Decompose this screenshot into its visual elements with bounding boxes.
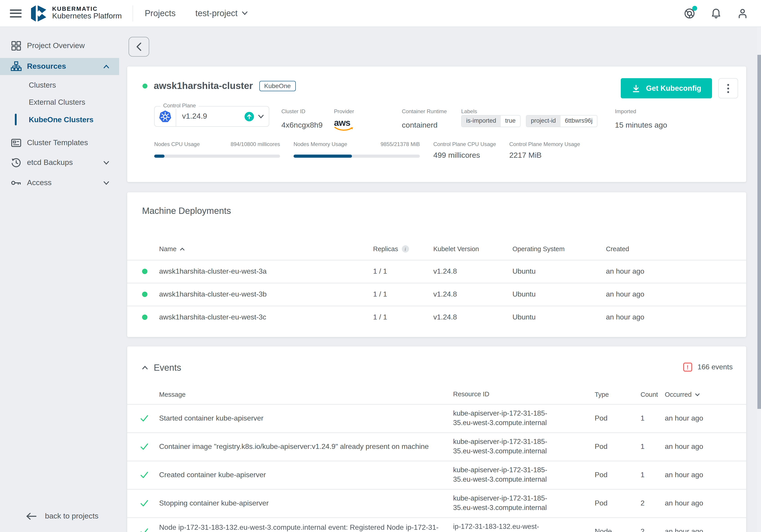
event-resource: kube-apiserver-ip-172-31-185-35.eu-west-…: [453, 494, 549, 512]
check-icon: [140, 433, 149, 460]
check-icon: [140, 405, 149, 431]
project-selector[interactable]: test-project: [195, 8, 248, 18]
alert-icon: !: [683, 363, 692, 372]
cluster-status-dot: [143, 83, 147, 88]
control-plane-label: Control Plane: [160, 102, 199, 109]
sidebar-item-project-overview[interactable]: Project Overview: [0, 37, 119, 54]
template-card-icon: [11, 137, 22, 148]
column-header-os[interactable]: Operating System: [512, 242, 564, 255]
column-header-type[interactable]: Type: [595, 388, 609, 401]
control-plane-version-select[interactable]: Control Plane: [154, 106, 269, 127]
aws-logo: aws: [334, 118, 354, 132]
cluster-summary-card: awsk1harshita-cluster KubeOne Get Kubeco…: [127, 67, 746, 182]
sidebar-item-external-clusters[interactable]: External Clusters: [0, 94, 119, 110]
cp-cpu-label: Control Plane CPU Usage: [433, 141, 496, 147]
event-type: Pod: [595, 490, 608, 516]
event-row[interactable]: Stopping container kube-apiserver kube-a…: [127, 489, 746, 516]
event-occurred: an hour ago: [665, 490, 703, 516]
event-type: Pod: [595, 433, 608, 460]
check-icon: [140, 461, 149, 488]
nav-projects[interactable]: Projects: [145, 8, 176, 18]
event-occurred: an hour ago: [665, 405, 703, 431]
column-header-message[interactable]: Message: [159, 388, 449, 401]
user-icon[interactable]: [737, 7, 748, 19]
events-count-badge: ! 166 events: [683, 363, 733, 372]
column-header-kubelet[interactable]: Kubelet Version: [433, 242, 479, 255]
event-resource: kube-apiserver-ip-172-31-185-35.eu-west-…: [453, 409, 549, 428]
collapse-chevron-up-icon[interactable]: [142, 366, 148, 370]
back-to-projects-link[interactable]: back to projects: [0, 508, 119, 524]
event-row[interactable]: Container image "registry.k8s.io/kube-ap…: [127, 432, 746, 460]
sidebar-item-clusters[interactable]: Clusters: [0, 77, 119, 92]
label-value: 6ttbwrs96j: [560, 116, 597, 127]
event-type: Pod: [595, 405, 608, 431]
topbar-actions: [684, 7, 748, 19]
back-button[interactable]: [129, 37, 149, 57]
events-count-label: 166 events: [697, 363, 733, 371]
md-name: awsk1harshita-cluster-eu-west-3a: [159, 261, 266, 282]
notification-dot: [692, 6, 697, 11]
imported-group: Imported 15 minutes ago: [615, 107, 667, 130]
control-plane-version: v1.24.9: [182, 112, 207, 121]
machine-deployment-row[interactable]: awsk1harshita-cluster-eu-west-3a 1 / 1 v…: [127, 260, 746, 282]
sidebar-item-cluster-templates[interactable]: Cluster Templates: [0, 134, 119, 151]
grid-icon: [11, 40, 22, 51]
cluster-menu-button[interactable]: [718, 78, 738, 98]
get-kubeconfig-button[interactable]: Get Kubeconfig: [621, 78, 712, 98]
info-icon[interactable]: i: [402, 245, 409, 252]
event-row[interactable]: Started container kube-apiserver kube-ap…: [127, 404, 746, 431]
event-row[interactable]: Created container kube-apiserver kube-ap…: [127, 460, 746, 488]
brand-text: KUBERMATIC Kubernetes Platform: [52, 6, 122, 21]
sidebar-item-access[interactable]: Access: [0, 174, 119, 191]
column-header-created[interactable]: Created: [606, 242, 629, 255]
sidebar-item-etcd-backups[interactable]: etcd Backups: [0, 154, 119, 171]
column-header-name[interactable]: Name: [159, 242, 185, 255]
scrollbar-thumb[interactable]: [757, 55, 761, 409]
project-selector-value: test-project: [195, 8, 238, 18]
sidebar-item-resources[interactable]: Resources: [0, 58, 119, 75]
event-count: 2: [641, 518, 645, 532]
sidebar: Project Overview Resources: [0, 27, 119, 532]
event-resource: kube-apiserver-ip-172-31-185-35.eu-west-…: [453, 437, 549, 456]
md-replicas: 1 / 1: [373, 284, 387, 305]
brand-name: KUBERMATIC: [52, 6, 122, 12]
provider-group: Provider aws: [334, 107, 354, 132]
machine-deployment-row[interactable]: awsk1harshita-cluster-eu-west-3c 1 / 1 v…: [127, 305, 746, 328]
download-icon: [631, 84, 641, 93]
kubermatic-logo[interactable]: [30, 5, 48, 22]
md-kubelet: v1.24.8: [433, 284, 457, 305]
status-dot: [142, 284, 147, 305]
upgrade-available-icon[interactable]: [245, 112, 254, 121]
help-icon[interactable]: [684, 7, 695, 19]
event-type: Pod: [595, 461, 608, 488]
hamburger-menu-icon[interactable]: [10, 9, 22, 17]
chevron-down-icon[interactable]: [258, 114, 264, 118]
bell-icon[interactable]: [710, 7, 722, 19]
column-header-count[interactable]: Count: [641, 388, 658, 401]
cluster-name: awsk1harshita-cluster: [154, 80, 253, 91]
machine-deployments-header: Name Replicas i Kubelet Version Operatin…: [127, 242, 746, 255]
sidebar-item-label: External Clusters: [29, 98, 85, 106]
nodes-cpu-value: 894/10800 millicores: [199, 141, 280, 147]
column-header-occurred[interactable]: Occurred: [665, 388, 700, 401]
provider-label: Provider: [334, 108, 354, 115]
machine-deployment-row[interactable]: awsk1harshita-cluster-eu-west-3b 1 / 1 v…: [127, 283, 746, 305]
event-row[interactable]: Node ip-172-31-183-132.eu-west-3.compute…: [127, 517, 746, 532]
column-header-resource[interactable]: Resource ID: [453, 388, 549, 401]
machine-deployments-title: Machine Deployments: [142, 206, 231, 216]
md-created: an hour ago: [606, 306, 644, 328]
event-occurred: an hour ago: [665, 461, 703, 488]
column-header-replicas[interactable]: Replicas i: [373, 242, 409, 255]
event-message: Container image "registry.k8s.io/kube-ap…: [159, 442, 429, 451]
imported-label: Imported: [615, 108, 636, 115]
sidebar-item-kubeone-clusters[interactable]: KubeOne Clusters: [0, 112, 119, 127]
event-count: 1: [641, 405, 645, 431]
status-dot: [142, 306, 147, 328]
event-message: Created container kube-apiserver: [159, 471, 266, 479]
scrollbar-track[interactable]: [757, 27, 761, 532]
chevron-left-icon: [136, 42, 142, 51]
topbar-divider: [133, 5, 133, 21]
event-count: 2: [641, 490, 645, 516]
md-created: an hour ago: [606, 284, 644, 305]
labels-group: Labels: [461, 107, 477, 115]
